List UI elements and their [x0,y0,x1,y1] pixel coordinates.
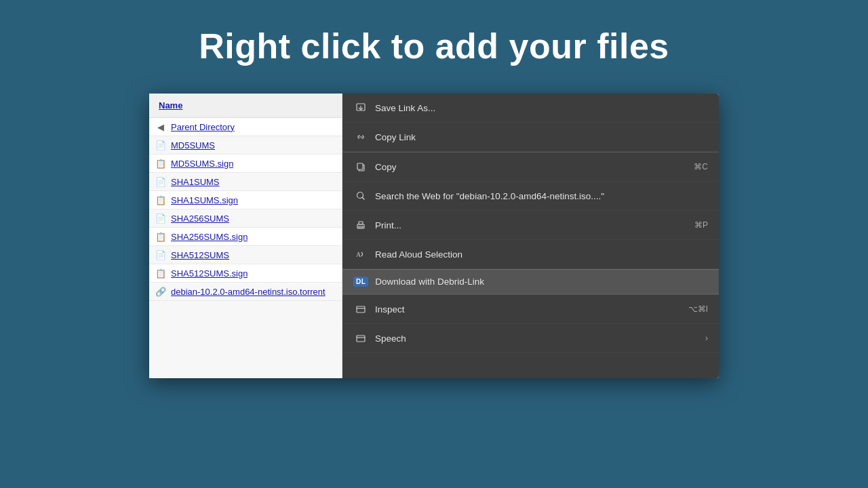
dl-badge: DL [353,277,368,287]
svg-rect-13 [357,336,365,342]
file-link[interactable]: SHA512SUMS [171,250,229,260]
menu-item-speech[interactable]: Speech › [342,324,719,353]
file-link[interactable]: MD5SUMS [171,140,215,150]
svg-rect-9 [359,226,363,228]
svg-rect-4 [357,163,363,169]
menu-item-copy[interactable]: Copy ⌘C [342,152,719,182]
context-menu: Save Link As... Copy Link Copy ⌘C Search… [342,94,719,378]
file-link[interactable]: Parent Directory [171,122,235,132]
copy-link-icon [353,129,368,144]
file-list-item[interactable]: 📄 MD5SUMS [149,136,342,155]
inspect-icon [353,302,368,317]
browser-window: Name ◀ Parent Directory 📄 MD5SUMS 📋 MD5S… [149,94,719,378]
file-icon: 📋 [155,157,167,169]
file-list-item[interactable]: 📄 SHA1SUMS [149,173,342,191]
menu-item-download-debrid[interactable]: DL Download with Debrid-Link [342,269,719,294]
file-list: ◀ Parent Directory 📄 MD5SUMS 📋 MD5SUMS.s… [149,118,342,301]
svg-rect-8 [359,222,363,224]
file-icon: 📄 [155,212,167,224]
file-list-item[interactable]: 🔗 debian-10.2.0-amd64-netinst.iso.torren… [149,283,342,301]
file-panel: Name ◀ Parent Directory 📄 MD5SUMS 📋 MD5S… [149,94,342,378]
search-icon [353,188,368,203]
svg-rect-11 [357,306,365,312]
file-list-item[interactable]: 📋 SHA1SUMS.sign [149,191,342,209]
file-icon: 📄 [155,139,167,151]
menu-item-label: Download with Debrid-Link [375,277,708,287]
file-list-item[interactable]: 📋 SHA256SUMS.sign [149,228,342,246]
menu-items-container: Save Link As... Copy Link Copy ⌘C Search… [342,94,719,353]
submenu-arrow: › [705,333,708,343]
menu-item-inspect[interactable]: Inspect ⌥⌘I [342,294,719,324]
file-list-item[interactable]: 📄 SHA256SUMS [149,209,342,228]
file-icon: 📄 [155,176,167,188]
file-link[interactable]: SHA256SUMS [171,214,229,224]
file-icon: 🔗 [155,285,167,298]
menu-item-label: Copy Link [375,132,708,142]
shortcut: ⌘C [694,162,708,171]
file-list-item[interactable]: 📋 SHA512SUMS.sign [149,264,342,283]
menu-item-label: Print... [375,220,694,230]
file-list-item[interactable]: 📋 MD5SUMS.sign [149,155,342,173]
file-icon: 📋 [155,194,167,206]
svg-text:A: A [356,251,361,258]
speech-icon [353,331,368,346]
menu-item-label: Speech [375,333,700,344]
menu-item-print[interactable]: Print... ⌘P [342,211,719,240]
shortcut: ⌘P [694,220,708,230]
file-icon: ◀ [155,121,167,133]
file-link[interactable]: SHA256SUMS.sign [171,232,248,242]
file-link[interactable]: MD5SUMS.sign [171,159,233,169]
file-icon: 📄 [155,249,167,261]
menu-item-label: Copy [375,162,694,172]
file-link[interactable]: SHA1SUMS [171,177,220,187]
menu-item-copy-link[interactable]: Copy Link [342,123,719,152]
file-icon: 📋 [155,267,167,279]
print-icon [353,218,368,232]
menu-item-save-link-as[interactable]: Save Link As... [342,94,719,123]
read-aloud-icon: A [353,247,368,262]
file-link[interactable]: SHA512SUMS.sign [171,268,248,279]
save-link-icon [353,100,368,115]
svg-line-6 [363,198,365,200]
menu-item-search-web[interactable]: Search the Web for "debian-10.2.0-amd64-… [342,182,719,211]
file-link[interactable]: debian-10.2.0-amd64-netinst.iso.torrent [171,287,326,297]
file-icon: 📋 [155,230,167,243]
file-list-item[interactable]: 📄 SHA512SUMS [149,246,342,264]
column-name-header[interactable]: Name [159,100,182,110]
file-list-item[interactable]: ◀ Parent Directory [149,118,342,136]
shortcut: ⌥⌘I [688,304,708,314]
menu-item-read-aloud[interactable]: A Read Aloud Selection [342,240,719,269]
menu-item-label: Read Aloud Selection [375,249,708,260]
menu-item-label: Search the Web for "debian-10.2.0-amd64-… [375,191,708,201]
page-headline: Right click to add your files [199,26,669,66]
copy-icon [353,159,368,174]
file-link[interactable]: SHA1SUMS.sign [171,195,238,205]
menu-item-label: Save Link As... [375,103,708,113]
menu-item-label: Inspect [375,304,688,314]
